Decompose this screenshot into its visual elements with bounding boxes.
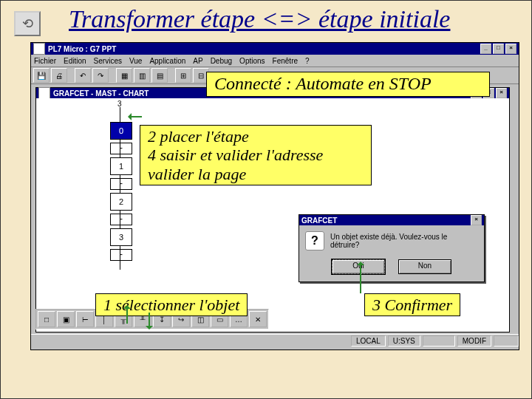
tb-print-icon[interactable]: 🖨 bbox=[51, 68, 67, 83]
pal-trans-icon[interactable]: ⊢ bbox=[76, 311, 94, 327]
dialog-titlebar: GRAFCET × bbox=[299, 215, 484, 225]
menu-vue[interactable]: Vue bbox=[129, 57, 142, 65]
menu-fichier[interactable]: Fichier bbox=[34, 57, 56, 65]
tb-redo-icon[interactable]: ↷ bbox=[92, 68, 109, 83]
app-icon bbox=[33, 43, 45, 55]
menu-debug[interactable]: Debug bbox=[211, 57, 232, 65]
app-title: PL7 Micro : G7 PPT bbox=[48, 45, 116, 53]
arrow-to-step0 bbox=[130, 116, 142, 117]
callout-step4: 4 saisir et valider l'adresse bbox=[148, 146, 364, 164]
close-button[interactable]: × bbox=[505, 44, 516, 54]
menubar: Fichier Edition Services Vue Application… bbox=[31, 55, 519, 67]
callout-step3: 3 Confirmer bbox=[364, 293, 460, 316]
callout-validate: valider la page bbox=[148, 165, 364, 183]
mdi-close-button[interactable]: × bbox=[496, 88, 507, 98]
step-0[interactable]: 0 bbox=[110, 122, 132, 140]
arrow-step3 bbox=[360, 264, 361, 293]
menu-ap[interactable]: AP bbox=[193, 57, 202, 65]
mdi-title-text: GRAFCET - MAST - CHART bbox=[53, 89, 149, 98]
trans-0[interactable]: - bbox=[110, 143, 132, 154]
trans-2[interactable]: - bbox=[110, 214, 132, 225]
tb-grid3-icon[interactable]: ▤ bbox=[151, 68, 168, 83]
menu-fenetre[interactable]: Fenêtre bbox=[273, 57, 298, 65]
status-empty bbox=[423, 335, 455, 347]
maximize-button[interactable]: □ bbox=[493, 44, 504, 54]
menu-help[interactable]: ? bbox=[305, 57, 310, 65]
arrow-step1-a bbox=[126, 307, 128, 324]
menu-application[interactable]: Application bbox=[149, 57, 185, 65]
tb-tool1-icon[interactable]: ⊞ bbox=[175, 68, 191, 83]
minimize-button[interactable]: _ bbox=[480, 44, 491, 54]
callout-step2: 2 placer l'étape bbox=[148, 127, 364, 146]
step-3[interactable]: 3 bbox=[110, 228, 132, 246]
status-local: LOCAL bbox=[351, 335, 386, 347]
question-icon: ? bbox=[305, 231, 324, 250]
arrow-step1-b bbox=[149, 313, 150, 327]
menu-edition[interactable]: Edition bbox=[64, 57, 86, 65]
dialog-no-button[interactable]: Non bbox=[398, 259, 451, 274]
app-titlebar: PL7 Micro : G7 PPT _ □ × bbox=[31, 43, 519, 55]
dialog-title: GRAFCET bbox=[301, 216, 337, 225]
menu-services[interactable]: Services bbox=[94, 57, 122, 65]
status-usys: U:SYS bbox=[388, 335, 420, 347]
callout-step1: 1 sélectionner l'objet bbox=[95, 293, 248, 316]
back-button[interactable]: ⟲ bbox=[14, 11, 41, 36]
dialog-message: Un objet existe déjà. Voulez-vous le dét… bbox=[330, 233, 478, 249]
mdi-icon bbox=[38, 87, 50, 99]
menu-options[interactable]: Options bbox=[239, 57, 265, 65]
statusbar: LOCAL U:SYS MODIF bbox=[31, 334, 519, 347]
callout-status: Connecté : Automate en STOP bbox=[206, 72, 490, 97]
status-blank bbox=[494, 335, 519, 347]
status-modif: MODIF bbox=[457, 335, 491, 347]
confirm-dialog: GRAFCET × ? Un objet existe déjà. Voulez… bbox=[299, 214, 485, 282]
pal-initstep-icon[interactable]: ▣ bbox=[57, 311, 75, 327]
trans-3[interactable]: - bbox=[110, 249, 132, 261]
tb-undo-icon[interactable]: ↶ bbox=[75, 68, 91, 83]
dialog-close-button[interactable]: × bbox=[471, 215, 482, 225]
step-1[interactable]: 1 bbox=[110, 157, 132, 175]
slide-title: Transformer étape <=> étape initiale bbox=[69, 5, 450, 33]
callout-steps24: 2 placer l'étape 4 saisir et valider l'a… bbox=[140, 125, 372, 185]
tb-grid2-icon[interactable]: ▥ bbox=[134, 68, 150, 83]
step-2[interactable]: 2 bbox=[110, 193, 132, 211]
pal-step-icon[interactable]: □ bbox=[38, 311, 55, 327]
pal-delete-icon[interactable]: ✕ bbox=[249, 311, 267, 327]
trans-1[interactable]: - bbox=[110, 178, 132, 190]
tb-save-icon[interactable]: 💾 bbox=[33, 68, 50, 83]
tb-grid1-icon[interactable]: ▦ bbox=[116, 68, 132, 83]
